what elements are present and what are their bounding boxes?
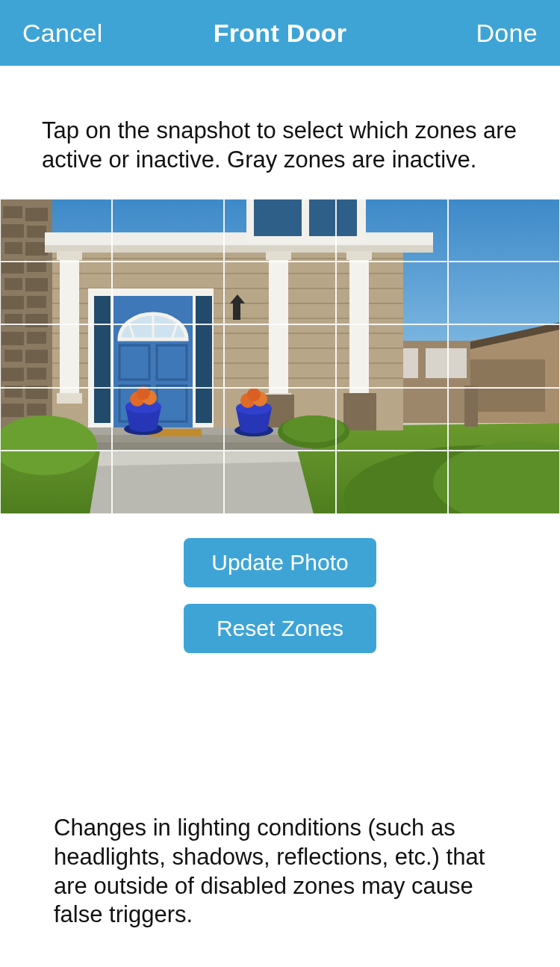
cancel-button[interactable]: Cancel [22,19,103,48]
zone-cell[interactable] [112,324,224,387]
zone-cell[interactable] [224,451,336,513]
footer-note: Changes in lighting conditions (such as … [0,814,560,930]
instructions-text: Tap on the snapshot to select which zone… [0,66,560,199]
zone-cell[interactable] [448,451,560,513]
zone-cell[interactable] [448,199,560,262]
zone-cell[interactable] [448,262,560,324]
action-buttons: Update Photo Reset Zones [0,514,560,653]
zone-cell[interactable] [448,324,560,387]
zone-cell[interactable] [112,388,224,451]
zone-cell[interactable] [336,388,448,451]
zone-cell[interactable] [112,451,224,513]
zone-grid [0,199,560,514]
zone-cell[interactable] [0,262,112,324]
zone-cell[interactable] [336,324,448,387]
zone-cell[interactable] [112,262,224,324]
zone-cell[interactable] [0,388,112,451]
zone-cell[interactable] [336,262,448,324]
zone-cell[interactable] [224,262,336,324]
zone-cell[interactable] [336,199,448,262]
zone-cell[interactable] [0,199,112,262]
navbar: Cancel Front Door Done [0,0,560,66]
zone-cell[interactable] [224,324,336,387]
zone-cell[interactable] [448,388,560,451]
zone-cell[interactable] [112,199,224,262]
zone-cell[interactable] [224,199,336,262]
update-photo-button[interactable]: Update Photo [184,538,376,587]
reset-zones-button[interactable]: Reset Zones [184,604,376,653]
done-button[interactable]: Done [476,19,538,48]
camera-snapshot[interactable] [0,199,560,514]
zone-cell[interactable] [0,324,112,387]
zone-cell[interactable] [224,388,336,451]
zone-cell[interactable] [336,451,448,513]
zone-cell[interactable] [0,451,112,513]
